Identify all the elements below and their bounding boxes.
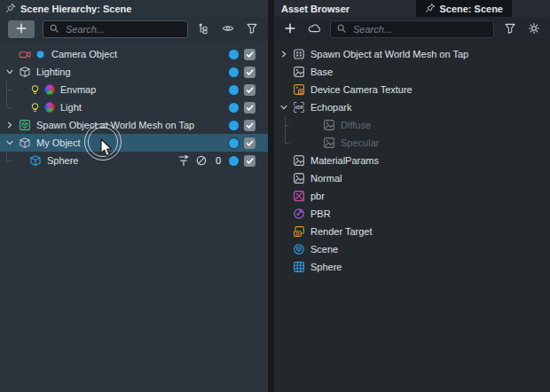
tree-row[interactable]: Camera Object: [0, 45, 268, 63]
visibility-dot[interactable]: [229, 121, 239, 130]
bulb-icon: [29, 102, 41, 114]
tree-view-button[interactable]: [196, 21, 212, 37]
row-controls: [229, 67, 268, 78]
visibility-dot[interactable]: [229, 156, 239, 166]
tab-asset-browser[interactable]: Asset Browser: [274, 0, 357, 17]
asset-row[interactable]: Diffuse: [274, 116, 550, 134]
visibility-dot[interactable]: [229, 50, 239, 59]
scene-search-field[interactable]: [43, 20, 188, 38]
expander[interactable]: [278, 101, 289, 114]
asset-row[interactable]: Normal: [274, 169, 550, 187]
filter-icon: [246, 22, 258, 37]
expander[interactable]: [4, 137, 15, 149]
filter-button[interactable]: [244, 21, 260, 37]
expander[interactable]: [4, 119, 15, 131]
add-object-button[interactable]: [8, 20, 35, 38]
row-controls: 0: [177, 154, 268, 167]
color-wheel-icon: [44, 84, 55, 95]
tree-row-label: Envmap: [60, 84, 96, 95]
enabled-checkbox[interactable]: [244, 120, 255, 131]
visibility-dot[interactable]: [229, 85, 239, 95]
no-render-icon: [195, 154, 208, 167]
tree-row-label: Camera Object: [51, 49, 117, 59]
check-icon: [245, 85, 255, 95]
search-icon: [336, 23, 347, 34]
expander[interactable]: [4, 66, 15, 78]
render-target-icon: [293, 225, 305, 238]
check-icon: [245, 50, 255, 59]
asset-row-label: Sphere: [310, 262, 342, 272]
asset-search-field[interactable]: [330, 20, 494, 38]
visibility-dot[interactable]: [229, 67, 239, 77]
settings-button[interactable]: [526, 21, 542, 37]
camera-icon: [19, 48, 31, 60]
asset-row[interactable]: Spawn Object at World Mesh on Tap: [274, 45, 550, 63]
chevron-down-icon: [279, 102, 289, 113]
asset-row-label: PBR: [310, 208, 331, 219]
tree-row[interactable]: Light: [0, 98, 268, 116]
add-asset-button[interactable]: [282, 21, 298, 37]
asset-browser-panel: Asset Browser Scene: Scene: [274, 0, 550, 392]
visibility-dot[interactable]: [229, 103, 239, 113]
visibility-button[interactable]: [220, 21, 236, 37]
indent-spacer: [308, 137, 319, 149]
search-icon: [336, 21, 347, 37]
tab-label: Scene: Scene: [439, 4, 503, 14]
tree-row[interactable]: My Object: [0, 134, 268, 152]
row-controls: [229, 102, 268, 114]
tree-row[interactable]: Envmap: [0, 81, 268, 98]
asset-row[interactable]: Scene: [274, 240, 550, 258]
asset-row-label: Base: [310, 67, 333, 77]
enabled-checkbox[interactable]: [244, 67, 255, 78]
scene-hierarchy-toolbar: [0, 17, 268, 42]
touch-count: 0: [216, 155, 221, 166]
chevron-down-icon: [4, 137, 15, 148]
asset-browser-tabbar: Asset Browser Scene: Scene: [274, 0, 550, 17]
tree-row[interactable]: Lighting: [0, 63, 268, 81]
asset-row[interactable]: Specular: [274, 134, 550, 152]
row-controls: [229, 120, 268, 131]
tree-row[interactable]: Sphere0: [0, 152, 268, 169]
asset-row[interactable]: HDREchopark: [274, 98, 550, 116]
enabled-checkbox[interactable]: [244, 155, 255, 167]
tree-view-icon: [198, 22, 210, 35]
asset-row[interactable]: Render Target: [274, 223, 550, 240]
indent-spacer: [278, 66, 289, 78]
tabbar-endpad: [512, 0, 550, 17]
indent-spacer: [4, 48, 15, 60]
material-icon: [293, 190, 305, 202]
asset-row[interactable]: Base: [274, 63, 550, 81]
indent-spacer: [278, 172, 289, 184]
asset-row[interactable]: Sphere: [274, 258, 550, 276]
enabled-checkbox[interactable]: [244, 84, 255, 96]
filter-button[interactable]: [502, 21, 518, 37]
mesh-cube-icon: [29, 154, 42, 167]
scene-hierarchy-header: Scene Hierarchy: Scene: [0, 0, 268, 17]
color-wheel-icon: [44, 102, 55, 113]
asset-row-label: Diffuse: [341, 120, 371, 130]
enabled-checkbox[interactable]: [244, 49, 255, 60]
visibility-dot[interactable]: [229, 138, 239, 148]
panel-divider[interactable]: [268, 0, 274, 392]
scene-icon: [293, 243, 305, 255]
check-icon: [245, 67, 255, 77]
app-window: Scene Hierarchy: Scene: [0, 0, 550, 392]
asset-row[interactable]: MaterialParams: [274, 152, 550, 169]
check-icon: [245, 156, 255, 166]
enabled-checkbox[interactable]: [244, 137, 255, 149]
asset-row[interactable]: pbr: [274, 187, 550, 205]
enabled-checkbox[interactable]: [244, 102, 255, 114]
tree-row[interactable]: Spawn Object at World Mesh on Tap: [0, 116, 268, 134]
asset-row[interactable]: Device Camera Texture: [274, 81, 550, 98]
indent-spacer: [278, 243, 289, 255]
plus-icon: [15, 22, 28, 35]
asset-row[interactable]: PBR: [274, 205, 550, 223]
cloud-assets-button[interactable]: [306, 21, 322, 37]
tab-scene-scene[interactable]: Scene: Scene: [416, 0, 512, 17]
expander[interactable]: [278, 48, 289, 60]
asset-row-label: Render Target: [310, 226, 373, 237]
cube-icon: [19, 137, 31, 149]
pin-icon: [425, 3, 436, 15]
asset-search-input[interactable]: [351, 23, 488, 35]
scene-search-input[interactable]: [64, 23, 182, 35]
